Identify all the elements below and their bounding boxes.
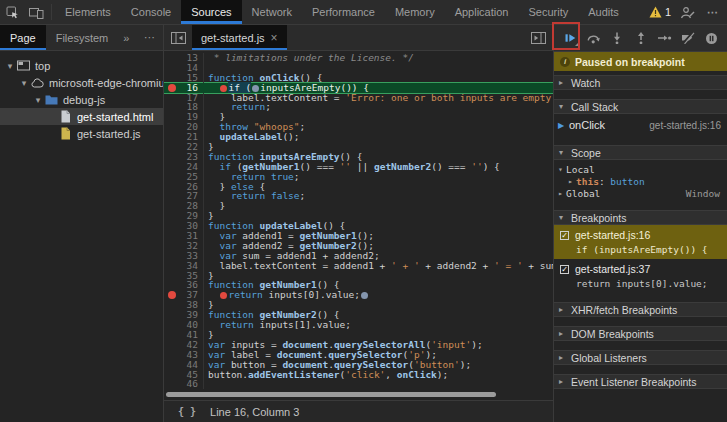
line-number[interactable]: 43 [164, 350, 204, 360]
line-number[interactable]: 16 [164, 83, 204, 93]
breakpoint-entry[interactable]: ✓get-started.js:16if (inputsAreEmpty()) … [554, 225, 727, 259]
tree-item-microsoft-edge-chromium-devto[interactable]: ▾microsoft-edge-chromium-devto [0, 74, 163, 91]
section-header-call-stack[interactable]: ▾ Call Stack [554, 99, 727, 114]
scope-this-row[interactable]: ▸this: button [558, 175, 723, 187]
code-text: button.addEventListener('click', onClick… [204, 370, 448, 380]
inline-breakpoint-icon[interactable] [220, 292, 227, 299]
line-number[interactable]: 33 [164, 251, 204, 261]
section-header-event-listener-breakpoints[interactable]: ▸ Event Listener Breakpoints [554, 374, 727, 389]
step-icon[interactable] [655, 29, 673, 47]
tab-network[interactable]: Network [242, 0, 302, 24]
tab-page[interactable]: Page [0, 25, 46, 50]
line-number[interactable]: 24 [164, 162, 204, 172]
feedback-person-icon[interactable] [675, 0, 699, 24]
line-number[interactable]: 34 [164, 261, 204, 271]
code-text: label.textContent = addend1 + ' + ' + ad… [204, 261, 553, 271]
line-number[interactable]: 45 [164, 370, 204, 380]
section-header-breakpoints[interactable]: ▾ Breakpoints [554, 210, 727, 225]
step-out-icon[interactable] [632, 29, 650, 47]
chevron-down-icon: ▾ [559, 211, 567, 225]
breakpoint-checkbox[interactable]: ✓ [560, 231, 569, 240]
line-number[interactable]: 36 [164, 280, 204, 290]
section-header-scope[interactable]: ▾ Scope [554, 145, 727, 160]
device-toolbar-icon[interactable] [24, 0, 48, 24]
line-number[interactable]: 39 [164, 310, 204, 320]
line-number[interactable]: 40 [164, 320, 204, 330]
line-number[interactable]: 19 [164, 112, 204, 122]
section-header-global-listeners[interactable]: ▸ Global Listeners [554, 350, 727, 365]
line-number[interactable]: 23 [164, 152, 204, 162]
line-number[interactable]: 44 [164, 360, 204, 370]
line-number[interactable]: 30 [164, 221, 204, 231]
inline-breakpoint-candidate-icon[interactable] [361, 292, 368, 299]
line-number[interactable]: 27 [164, 191, 204, 201]
line-number[interactable]: 18 [164, 102, 204, 112]
deactivate-breakpoints-icon[interactable] [679, 29, 697, 47]
pause-on-exceptions-icon[interactable] [702, 29, 720, 47]
line-number[interactable]: 21 [164, 132, 204, 142]
navigator-overflow-chevron-icon[interactable]: » [118, 25, 134, 50]
line-number[interactable]: 31 [164, 231, 204, 241]
horizontal-scrollbar[interactable] [166, 392, 496, 397]
line-number[interactable]: 38 [164, 300, 204, 310]
breakpoint-icon[interactable] [168, 291, 176, 299]
code-area[interactable]: 13 * limitations under the License. */14… [164, 51, 553, 400]
line-number[interactable]: 46 [164, 379, 204, 389]
code-token: ; [300, 121, 306, 132]
tab-console[interactable]: Console [121, 0, 181, 24]
line-number[interactable]: 32 [164, 241, 204, 251]
close-tab-icon[interactable]: × [271, 31, 278, 45]
issues-warning-button[interactable]: 1 [645, 0, 675, 24]
line-number[interactable]: 14 [164, 63, 204, 73]
section-header-watch[interactable]: ▸ Watch [554, 75, 727, 90]
line-number[interactable]: 37 [164, 290, 204, 300]
chevron-down-icon: ▾ [4, 61, 16, 71]
line-number[interactable]: 13 [164, 53, 204, 63]
hide-navigator-icon[interactable] [164, 25, 192, 50]
breakpoint-icon[interactable] [168, 84, 176, 92]
topbar-more-icon[interactable]: ⋯ [699, 0, 727, 24]
tree-item-get-started-js[interactable]: get-started.js [0, 125, 163, 142]
tree-item-top[interactable]: ▾top [0, 57, 163, 74]
inspect-element-icon[interactable] [0, 0, 24, 24]
tab-audits[interactable]: Audits [578, 0, 629, 24]
breakpoint-entry[interactable]: ✓get-started.js:37return inputs[0].value… [554, 259, 727, 293]
tree-item-debug-js[interactable]: ▾debug-js [0, 91, 163, 108]
line-number[interactable]: 26 [164, 182, 204, 192]
navigator-more-icon[interactable]: ⋯ [137, 25, 163, 50]
line-number[interactable]: 15 [164, 73, 204, 83]
line-number[interactable]: 41 [164, 330, 204, 340]
tab-elements[interactable]: Elements [55, 0, 121, 24]
step-over-icon[interactable] [585, 29, 603, 47]
line-number[interactable]: 25 [164, 172, 204, 182]
format-code-button[interactable]: { } [178, 406, 196, 417]
resume-icon[interactable] [561, 29, 579, 47]
line-number[interactable]: 22 [164, 142, 204, 152]
step-into-icon[interactable] [608, 29, 626, 47]
tab-application[interactable]: Application [445, 0, 519, 24]
editor-tab-get-started-js[interactable]: get-started.js × [192, 25, 287, 50]
scope-local-row[interactable]: ▾Local [558, 163, 723, 175]
line-number[interactable]: 42 [164, 340, 204, 350]
line-number[interactable]: 17 [164, 93, 204, 103]
tab-security[interactable]: Security [518, 0, 578, 24]
call-stack-frame[interactable]: ▶onClickget-started.js:16 [554, 114, 727, 136]
tab-filesystem[interactable]: Filesystem [46, 25, 119, 50]
line-number[interactable]: 35 [164, 271, 204, 281]
tree-item-get-started-html[interactable]: get-started.html [0, 108, 163, 125]
section-header-xhr-breakpoints[interactable]: ▸ XHR/fetch Breakpoints [554, 302, 727, 317]
breakpoint-checkbox[interactable]: ✓ [560, 265, 569, 274]
section-header-dom-breakpoints[interactable]: ▸ DOM Breakpoints [554, 326, 727, 341]
code-token: ; [265, 101, 271, 112]
chevron-right-icon: ▸ [559, 375, 567, 389]
line-number[interactable]: 20 [164, 122, 204, 132]
tab-performance[interactable]: Performance [302, 0, 385, 24]
chevron-down-icon: ▾ [558, 165, 566, 174]
line-number[interactable]: 29 [164, 211, 204, 221]
line-number[interactable]: 28 [164, 201, 204, 211]
tab-sources[interactable]: Sources [181, 0, 241, 24]
scope-global-row[interactable]: ▸GlobalWindow [558, 187, 723, 199]
tab-memory[interactable]: Memory [385, 0, 445, 24]
show-debugger-icon[interactable] [523, 25, 553, 50]
warning-icon [649, 6, 662, 18]
